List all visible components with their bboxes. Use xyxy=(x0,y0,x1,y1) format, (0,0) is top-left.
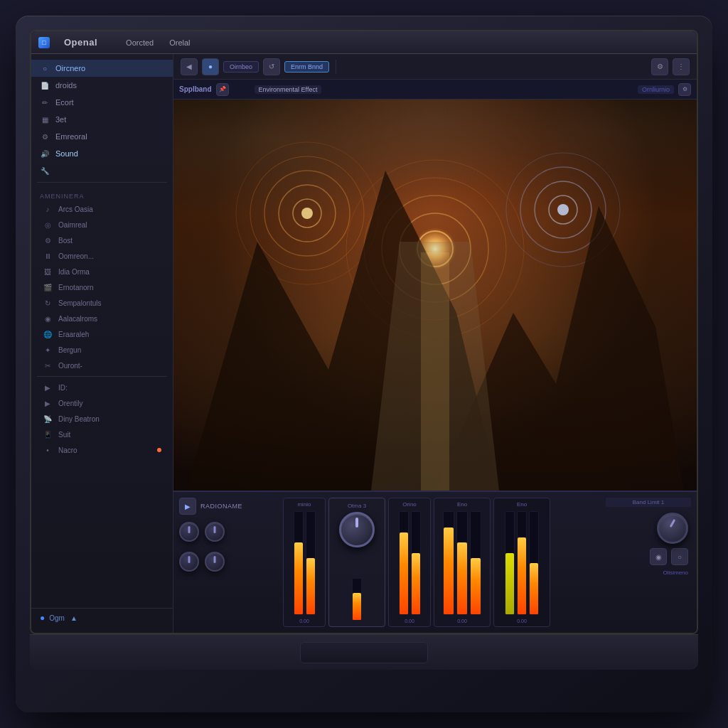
toolbar-refresh[interactable]: ↺ xyxy=(263,58,280,75)
sidebar-item-sempalontuls[interactable]: ↻ Sempalontuls xyxy=(31,295,173,311)
fader-track-4a[interactable] xyxy=(443,511,454,615)
film-icon: 🎬 xyxy=(43,282,53,292)
knob-row-2 xyxy=(179,549,279,572)
sidebar-label-nacro: Nacro xyxy=(58,446,77,454)
toolbar-nav-dot[interactable]: ● xyxy=(202,58,219,75)
master-fader-fill xyxy=(353,593,361,620)
sidebar-item-ernotanorn[interactable]: 🎬 Ernotanorn xyxy=(31,279,173,295)
fader-track-5a[interactable] xyxy=(505,511,515,615)
sidebar-label-orentily: Orentily xyxy=(58,400,82,407)
sidebar-item-droids[interactable]: 📄 droids xyxy=(31,77,173,94)
sidebar-item-orentily[interactable]: ▶ Orentily xyxy=(31,395,173,411)
sidebar-item-diny[interactable]: 📡 Diny Beatron xyxy=(31,411,173,427)
sidebar-item-3et[interactable]: ▦ 3et xyxy=(31,111,173,128)
channel-strip-1: minio 0.00 xyxy=(283,498,326,627)
toolbar-label-oirnbeo: Oirnbeo xyxy=(223,61,259,73)
viewport-pin[interactable]: 📌 xyxy=(216,83,229,96)
title-bar: □ Openal Oorcted Orelal xyxy=(31,31,697,54)
sidebar-item-id[interactable]: ▶ ID: xyxy=(31,380,173,395)
fader-track-1a[interactable] xyxy=(294,511,304,615)
fader-track-5b[interactable] xyxy=(517,511,527,615)
channel-1-value: 0.00 xyxy=(299,619,309,623)
fader-track-3a[interactable] xyxy=(399,511,409,615)
sidebar-item-oomreon[interactable]: Ⅲ Oomreon... xyxy=(31,248,173,264)
sidebar-item-bost[interactable]: ⚙ Bost xyxy=(31,232,173,248)
panel-btn-1[interactable]: ◉ xyxy=(650,548,667,565)
sidebar-item-nacro[interactable]: • Nacro xyxy=(31,442,173,458)
viewport-render xyxy=(173,100,697,491)
sidebar-label-sound: Sound xyxy=(55,149,78,158)
arrow2-icon: ▶ xyxy=(43,398,53,408)
sidebar-item-eraaraleh[interactable]: 🌐 Eraaraleh xyxy=(31,326,173,342)
play-btn[interactable]: ▶ xyxy=(179,498,196,515)
mixer-right-panel: Band Limit 1 ◉ ○ Olisimeno xyxy=(606,498,691,627)
fader-track-5c[interactable] xyxy=(529,511,539,615)
viewport-settings-btn[interactable]: ⚙ xyxy=(678,83,691,96)
channel-strip-3: Orino 0.00 xyxy=(388,498,431,627)
panel-btn-2[interactable]: ○ xyxy=(671,548,688,565)
fader-fill-3b xyxy=(412,553,420,614)
toolbar-settings[interactable]: ⚙ xyxy=(651,58,668,75)
sidebar-item-bergun[interactable]: ✦ Bergun xyxy=(31,342,173,358)
sidebar-top-active[interactable]: ○ Oircnero xyxy=(31,60,173,77)
palette-icon: ◉ xyxy=(43,314,53,323)
sidebar-item-suit[interactable]: 📱 Suit xyxy=(31,427,173,442)
big-knob-row-2: ◉ ○ xyxy=(650,548,688,565)
laptop-shell: □ Openal Oorcted Orelal ○ Oircnero 📄 dro… xyxy=(16,16,712,712)
sidebar-item-ouront[interactable]: ✂ Ouront- xyxy=(31,358,173,373)
sidebar-item-arcs-oasia[interactable]: ♪ Arcs Oasia xyxy=(31,201,173,217)
phone-icon: 📱 xyxy=(43,429,53,439)
mixer-title: Radioname xyxy=(200,503,242,510)
fader-fill-3a xyxy=(400,532,408,614)
sidebar: ○ Oircnero 📄 droids ✏ Ecort ▦ 3et ⚙ xyxy=(31,54,173,633)
content-area: ◀ ● Oirnbeo ↺ Enrm Bnnd ⚙ ⋮ Spplband 📌 E… xyxy=(173,54,697,633)
knob-1[interactable] xyxy=(179,522,199,542)
sidebar-label-ernotanorn: Ernotanorn xyxy=(58,284,93,291)
sidebar-item-aalacalroms[interactable]: ◉ Aalacalroms xyxy=(31,311,173,326)
menu-item-oorcted[interactable]: Oorcted xyxy=(119,37,161,48)
channel-3-name: Orino xyxy=(402,501,417,508)
fader-track-4b[interactable] xyxy=(456,511,468,615)
bottom-circle-icon: ● xyxy=(40,613,45,623)
big-knob-1[interactable] xyxy=(657,513,688,544)
knob-3[interactable] xyxy=(179,552,199,572)
knob-2[interactable] xyxy=(205,522,225,542)
fader-track-1b[interactable] xyxy=(306,511,316,615)
sidebar-item-emreoral[interactable]: ⚙ Emreoral xyxy=(31,128,173,145)
fader-track-3b[interactable] xyxy=(411,511,421,615)
main-content: ○ Oircnero 📄 droids ✏ Ecort ▦ 3et ⚙ xyxy=(31,54,697,633)
channel-5-fader xyxy=(496,510,548,616)
toolbar-nav-prev[interactable]: ◀ xyxy=(181,58,198,75)
arrow-icon: ▶ xyxy=(43,382,53,392)
text-icon: Ⅲ xyxy=(43,251,53,261)
sidebar-item-ecort[interactable]: ✏ Ecort xyxy=(31,94,173,111)
menu-item-orelal[interactable]: Orelal xyxy=(162,37,197,48)
toolbar-more[interactable]: ⋮ xyxy=(673,58,690,75)
sidebar-label-diny: Diny Beatron xyxy=(58,415,100,423)
channel-3-fader xyxy=(390,510,429,616)
channel-1-name: minio xyxy=(297,501,311,508)
channel-strip-5: Eno xyxy=(493,498,550,627)
sidebar-item-idia-orma[interactable]: 🖼 Idia Orma xyxy=(31,264,173,279)
sidebar-label-bergun: Bergun xyxy=(58,346,81,354)
fader-fill-1a xyxy=(294,542,303,614)
sidebar-section-ameninera: Ameninera xyxy=(31,188,173,201)
sidebar-bottom[interactable]: ● Ogm ▲ xyxy=(31,608,173,627)
sidebar-label-ecort: Ecort xyxy=(55,98,74,107)
triangle-icon: ▲ xyxy=(70,614,77,622)
channel-4-name: Eno xyxy=(457,501,467,508)
viewport-label-right: Ornliurnio xyxy=(638,85,674,94)
sidebar-item-oaimreal[interactable]: ◎ Oaimreal xyxy=(31,217,173,232)
edit-icon: ✏ xyxy=(40,97,50,107)
fader-track-4c[interactable] xyxy=(470,511,481,615)
settings-icon: ⚙ xyxy=(43,235,53,245)
toolbar-label-enrm-bnnd: Enrm Bnnd xyxy=(284,61,329,73)
sidebar-label-arcs: Arcs Oasia xyxy=(58,205,93,213)
sidebar-item-sound[interactable]: 🔊 Sound xyxy=(31,145,173,162)
sidebar-item-misc[interactable]: 🔧 xyxy=(31,162,173,179)
master-knob[interactable] xyxy=(339,512,375,547)
master-fader-track[interactable] xyxy=(352,578,362,621)
knob-4[interactable] xyxy=(205,552,225,572)
touchpad[interactable] xyxy=(300,642,428,663)
viewport-toolbar: Spplband 📌 Environmental Effect Ornliurn… xyxy=(173,80,697,100)
